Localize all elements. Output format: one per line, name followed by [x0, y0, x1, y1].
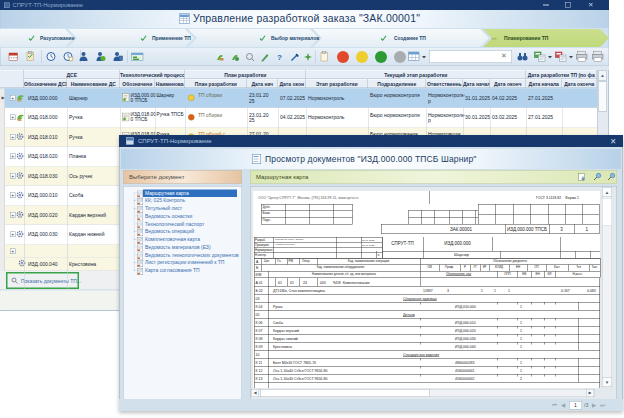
- svg-text:?: ?: [277, 53, 282, 62]
